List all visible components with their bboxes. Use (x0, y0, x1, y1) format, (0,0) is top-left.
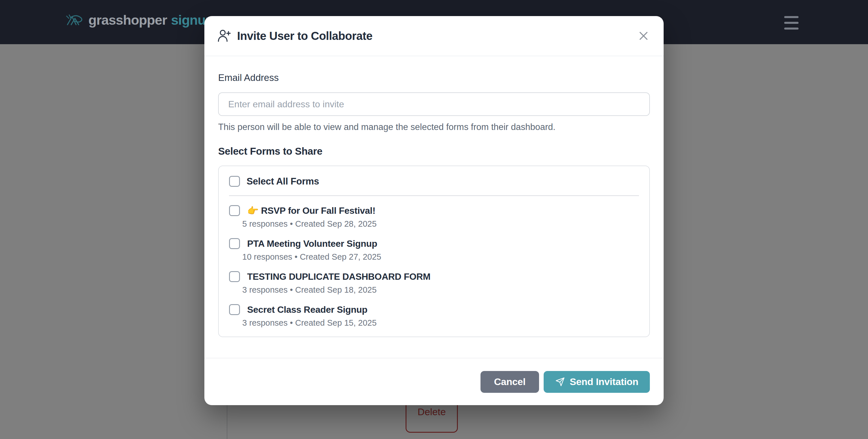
select-forms-heading: Select Forms to Share (218, 146, 650, 157)
list-divider (229, 195, 639, 196)
form-title: PTA Meeting Volunteer Signup (247, 238, 381, 250)
modal-header: Invite User to Collaborate (205, 16, 663, 56)
modal-body: Email Address This person will be able t… (205, 56, 663, 358)
form-meta: 5 responses • Created Sep 28, 2025 (242, 219, 377, 229)
form-list-item[interactable]: PTA Meeting Volunteer Signup (229, 337, 639, 337)
forms-listbox[interactable]: Select All Forms 👉 RSVP for Our Fall Fes… (218, 165, 650, 337)
modal-footer: Cancel Send Invitation (205, 358, 663, 405)
select-all-checkbox[interactable] (229, 176, 240, 187)
email-input[interactable] (218, 92, 650, 116)
hamburger-icon (784, 16, 799, 18)
form-checkbox[interactable] (229, 238, 240, 249)
grasshopper-icon (65, 12, 84, 27)
user-plus-icon (217, 29, 231, 43)
modal-title: Invite User to Collaborate (237, 30, 636, 42)
hamburger-menu-button[interactable] (783, 15, 800, 31)
form-checkbox[interactable] (229, 304, 240, 315)
form-list-item[interactable]: Secret Class Reader Signup 3 responses •… (229, 304, 639, 328)
cancel-button[interactable]: Cancel (480, 371, 539, 393)
select-all-row[interactable]: Select All Forms (229, 175, 639, 188)
send-invitation-button[interactable]: Send Invitation (544, 371, 650, 393)
email-helper-text: This person will be able to view and man… (218, 122, 650, 132)
invite-user-modal: Invite User to Collaborate Email Address… (205, 16, 663, 405)
form-list-item[interactable]: TESTING DUPLICATE DASHBOARD FORM 3 respo… (229, 271, 639, 295)
paper-plane-icon (555, 377, 565, 387)
form-meta: 10 responses • Created Sep 27, 2025 (242, 252, 381, 262)
form-list-item[interactable]: 👉 RSVP for Our Fall Festival! 5 response… (229, 205, 639, 229)
brand-logo[interactable]: grasshoppersignup (65, 12, 214, 27)
form-checkbox[interactable] (229, 205, 240, 216)
x-icon (638, 30, 649, 41)
form-meta: 3 responses • Created Sep 15, 2025 (242, 318, 377, 328)
form-list-item[interactable]: PTA Meeting Volunteer Signup 10 response… (229, 238, 639, 262)
form-title: 👉 RSVP for Our Fall Festival! (247, 205, 377, 217)
form-checkbox[interactable] (229, 271, 240, 282)
select-all-label: Select All Forms (247, 176, 319, 187)
form-title: PTA Meeting Volunteer Signup (247, 337, 377, 337)
form-title: Secret Class Reader Signup (247, 304, 377, 316)
close-button[interactable] (636, 28, 651, 43)
form-title: TESTING DUPLICATE DASHBOARD FORM (247, 271, 431, 283)
send-invitation-label: Send Invitation (570, 376, 639, 387)
brand-text-grasshopper: grasshopper (88, 13, 167, 27)
email-label: Email Address (218, 72, 650, 83)
form-meta: 3 responses • Created Sep 18, 2025 (242, 285, 431, 295)
